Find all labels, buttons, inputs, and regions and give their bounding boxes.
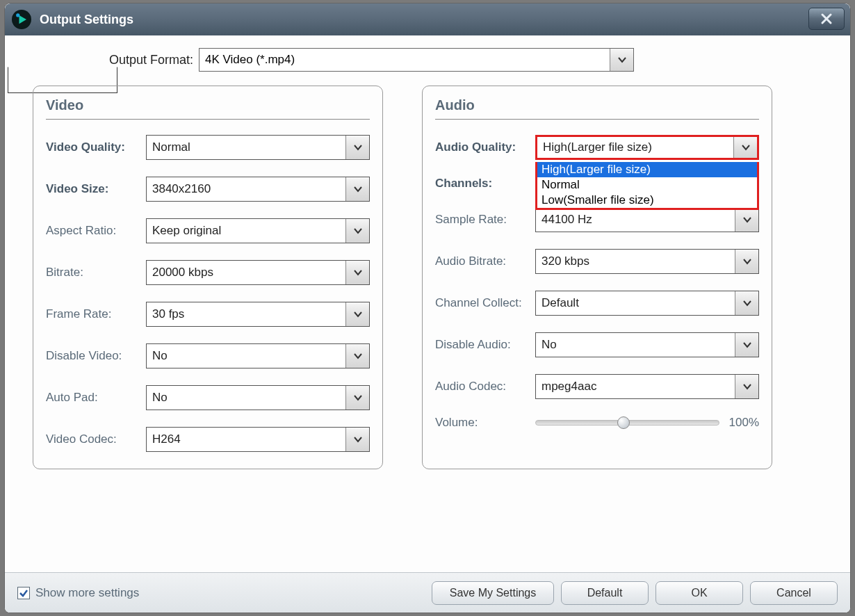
output-settings-dialog: Output Settings Output Format: 4K Video … <box>4 3 851 613</box>
aspect-ratio-select[interactable]: Keep original <box>146 218 370 243</box>
chevron-down-icon <box>345 428 369 451</box>
audio-fieldset: Audio Audio Quality: High(Larger file si… <box>422 86 772 469</box>
show-more-checkbox[interactable] <box>17 587 30 599</box>
chevron-down-icon <box>345 261 369 284</box>
video-quality-select[interactable]: Normal <box>146 135 370 160</box>
aspect-ratio-label: Aspect Ratio: <box>46 224 146 238</box>
titlebar: Output Settings <box>5 3 850 35</box>
video-size-value: 3840x2160 <box>152 182 211 196</box>
frame-rate-value: 30 fps <box>152 307 184 321</box>
chevron-down-icon <box>735 375 758 398</box>
bitrate-select[interactable]: 20000 kbps <box>146 260 370 285</box>
app-icon <box>12 10 31 29</box>
chevron-down-icon <box>735 208 758 232</box>
chevron-down-icon <box>345 177 369 201</box>
window-title: Output Settings <box>40 13 133 27</box>
audio-quality-select[interactable]: High(Larger file size) High(Larger file … <box>535 135 759 160</box>
audio-quality-dropdown: High(Larger file size) Normal Low(Smalle… <box>535 162 759 210</box>
disable-audio-value: No <box>542 338 557 352</box>
frame-rate-select[interactable]: 30 fps <box>146 302 370 327</box>
disable-audio-select[interactable]: No <box>535 332 759 357</box>
sample-rate-select[interactable]: 44100 Hz <box>535 207 759 232</box>
check-icon <box>19 588 28 598</box>
disable-audio-label: Disable Audio: <box>435 338 535 352</box>
sample-rate-value: 44100 Hz <box>542 213 592 227</box>
output-format-value: 4K Video (*.mp4) <box>205 53 295 67</box>
video-size-select[interactable]: 3840x2160 <box>146 177 370 202</box>
svg-point-1 <box>16 13 19 17</box>
chevron-down-icon <box>345 219 369 243</box>
video-fieldset: Video Video Quality: Normal Video Size: … <box>33 86 383 469</box>
auto-pad-value: No <box>152 391 168 405</box>
bitrate-label: Bitrate: <box>46 266 146 279</box>
auto-pad-label: Auto Pad: <box>46 391 146 405</box>
close-icon <box>820 12 833 26</box>
video-codec-select[interactable]: H264 <box>146 427 370 452</box>
bitrate-value: 20000 kbps <box>152 266 213 279</box>
chevron-down-icon <box>345 136 369 159</box>
video-codec-label: Video Codec: <box>46 432 146 446</box>
dialog-footer: Show more settings Save My Settings Defa… <box>5 572 850 613</box>
audio-bitrate-select[interactable]: 320 kbps <box>535 249 759 274</box>
disable-video-value: No <box>152 349 168 363</box>
audio-codec-select[interactable]: mpeg4aac <box>535 374 759 399</box>
content-area: Output Format: 4K Video (*.mp4) Video Vi… <box>5 35 850 572</box>
ok-button[interactable]: OK <box>656 581 743 605</box>
volume-label: Volume: <box>435 416 535 430</box>
audio-quality-option-low[interactable]: Low(Smaller file size) <box>537 193 757 208</box>
channels-label: Channels: <box>435 177 535 191</box>
show-more-label: Show more settings <box>35 586 139 600</box>
channel-collect-label: Channel Collect: <box>435 296 535 310</box>
channel-collect-select[interactable]: Default <box>535 291 759 316</box>
chevron-down-icon <box>735 333 758 357</box>
video-quality-label: Video Quality: <box>46 140 146 154</box>
disable-video-select[interactable]: No <box>146 343 370 368</box>
video-title: Video <box>46 97 370 120</box>
audio-title: Audio <box>435 97 759 120</box>
video-codec-value: H264 <box>152 432 181 446</box>
default-button[interactable]: Default <box>561 581 649 605</box>
save-settings-button[interactable]: Save My Settings <box>432 581 554 605</box>
audio-quality-option-normal[interactable]: Normal <box>537 177 757 193</box>
audio-bitrate-value: 320 kbps <box>542 254 589 268</box>
video-size-label: Video Size: <box>46 182 146 196</box>
volume-slider[interactable] <box>535 420 719 425</box>
chevron-down-icon <box>345 302 369 326</box>
volume-slider-thumb[interactable] <box>617 416 630 429</box>
audio-bitrate-label: Audio Bitrate: <box>435 254 535 268</box>
chevron-down-icon <box>345 386 369 410</box>
audio-quality-label: Audio Quality: <box>435 140 535 154</box>
chevron-down-icon <box>735 250 758 273</box>
cancel-button[interactable]: Cancel <box>750 581 838 605</box>
output-format-row: Output Format: 4K Video (*.mp4) <box>109 48 822 72</box>
chevron-down-icon <box>735 291 758 315</box>
channel-collect-value: Default <box>542 296 579 310</box>
chevron-down-icon <box>345 344 369 368</box>
chevron-down-icon <box>610 49 633 71</box>
disable-video-label: Disable Video: <box>46 349 146 363</box>
close-button[interactable] <box>808 8 845 30</box>
auto-pad-select[interactable]: No <box>146 385 370 410</box>
frame-rate-label: Frame Rate: <box>46 307 146 321</box>
chevron-down-icon <box>733 137 757 158</box>
audio-codec-value: mpeg4aac <box>542 380 596 394</box>
audio-quality-value: High(Larger file size) <box>543 140 652 154</box>
video-quality-value: Normal <box>152 140 190 154</box>
sample-rate-label: Sample Rate: <box>435 213 535 227</box>
output-format-select[interactable]: 4K Video (*.mp4) <box>199 48 634 72</box>
volume-value: 100% <box>729 416 759 430</box>
audio-codec-label: Audio Codec: <box>435 380 535 394</box>
audio-quality-option-high[interactable]: High(Larger file size) <box>537 162 757 177</box>
output-format-label: Output Format: <box>109 53 193 67</box>
aspect-ratio-value: Keep original <box>152 224 221 238</box>
